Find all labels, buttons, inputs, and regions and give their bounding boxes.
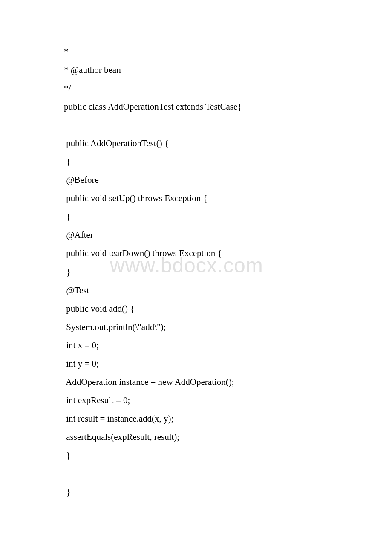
code-content: * * @author bean */ public class AddOper… xyxy=(64,43,328,501)
code-line: @Before xyxy=(64,171,328,189)
code-container: * * @author bean */ public class AddOper… xyxy=(64,43,328,501)
code-line: int y = 0; xyxy=(64,355,328,373)
code-line: @Test xyxy=(64,281,328,300)
code-line: System.out.println(\"add\"); xyxy=(64,318,328,336)
code-line: } xyxy=(64,208,328,226)
code-line: AddOperation instance = new AddOperation… xyxy=(64,373,328,391)
code-line: * @author bean xyxy=(64,61,328,79)
code-line: */ xyxy=(64,79,328,98)
code-line: public class AddOperationTest extends Te… xyxy=(64,98,328,116)
code-line: int expResult = 0; xyxy=(64,391,328,410)
code-line: } xyxy=(64,263,328,281)
code-line: public AddOperationTest() { xyxy=(64,134,328,153)
code-line: * xyxy=(64,43,328,61)
blank-line xyxy=(64,116,328,134)
code-line: } xyxy=(64,446,328,465)
code-line: } xyxy=(64,483,328,501)
blank-line xyxy=(64,465,328,483)
code-line: int result = instance.add(x, y); xyxy=(64,410,328,428)
code-line: public void tearDown() throws Exception … xyxy=(64,244,328,263)
code-line: public void setUp() throws Exception { xyxy=(64,189,328,208)
code-line: @After xyxy=(64,226,328,244)
code-line: int x = 0; xyxy=(64,336,328,355)
code-line: public void add() { xyxy=(64,300,328,318)
code-line: assertEquals(expResult, result); xyxy=(64,428,328,446)
code-line: } xyxy=(64,153,328,171)
